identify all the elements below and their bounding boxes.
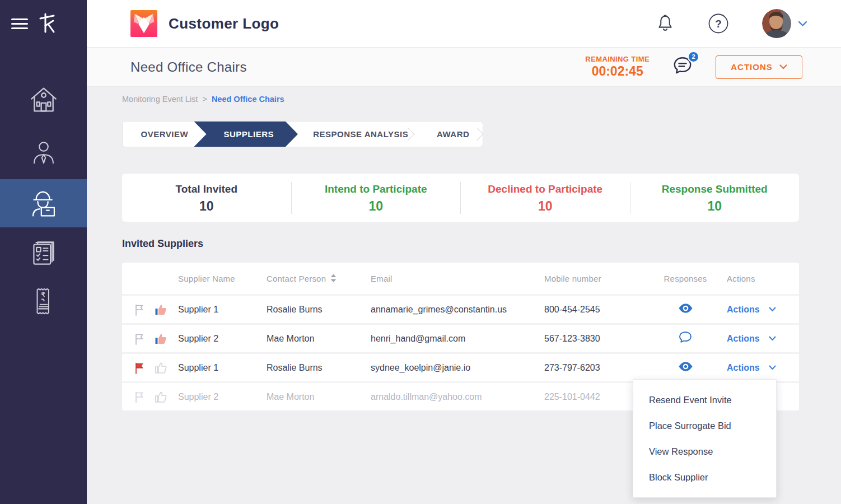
col-mobile-number: Mobile number [544, 274, 644, 283]
breadcrumb-parent-link[interactable]: Monitoring Event List [122, 95, 198, 104]
contact-person-cell: Mae Morton [267, 334, 371, 344]
event-step-tabs: OVERVIEW SUPPLIERS RESPONSE ANALYSIS AWA… [122, 121, 483, 147]
breadcrumb-current-link[interactable]: Need Office Chairs [212, 95, 284, 104]
sidebar-item-home[interactable] [0, 73, 87, 126]
row-actions-button[interactable]: Actions [727, 334, 760, 344]
remaining-time: REMAINING TIME 00:02:45 [585, 55, 650, 79]
chat-badge: 2 [688, 51, 699, 63]
rupee-glyph: ₹ [41, 291, 45, 298]
sidebar-item-events[interactable] [0, 227, 87, 277]
customer-logo-text: Customer Logo [169, 15, 279, 32]
menu-item-resend-event-invite[interactable]: Resend Event Invite [633, 387, 776, 413]
thumbs-up-icon[interactable] [155, 304, 168, 316]
col-responses: Responses [644, 274, 727, 283]
sort-icon[interactable] [330, 274, 337, 283]
chevron-down-icon[interactable] [769, 365, 776, 370]
email-cell: arnaldo.tillman@yahoo.com [371, 392, 544, 402]
help-icon[interactable]: ? [707, 12, 730, 35]
col-contact-person[interactable]: Contact Person [267, 274, 371, 283]
col-supplier-name: Supplier Name [178, 274, 267, 283]
contact-person-cell: Rosalie Burns [267, 363, 371, 373]
menu-item-block-supplier[interactable]: Block Supplier [633, 464, 776, 490]
mobile-number-cell: 567-123-3830 [544, 334, 644, 344]
mobile-number-cell: 225-101-0442 [544, 392, 644, 402]
table-header-row: Supplier Name Contact Person Email Mobil… [122, 263, 799, 294]
sidebar: ₹ [0, 0, 87, 504]
row-actions-button[interactable]: Actions [727, 305, 760, 315]
app-logo-icon[interactable] [38, 11, 57, 38]
menu-item-view-response[interactable]: View Response [633, 438, 776, 464]
thumbs-up-icon[interactable] [155, 333, 168, 345]
stat-total-invited: Total Invited10 [122, 182, 291, 214]
supplier-worker-icon [28, 188, 59, 219]
avatar[interactable] [762, 9, 791, 38]
svg-text:?: ? [715, 18, 722, 30]
thumbs-up-icon[interactable] [155, 362, 168, 374]
contact-person-cell: Mae Morton [267, 392, 371, 402]
stat-response-submitted: Response Submitted10 [630, 182, 800, 214]
chevron-down-icon[interactable] [798, 21, 807, 27]
supplier-name-cell: Supplier 1 [178, 363, 267, 373]
messages-button[interactable]: 2 [671, 55, 694, 80]
col-email: Email [371, 274, 544, 283]
col-actions: Actions [727, 274, 799, 283]
flag-icon[interactable] [134, 362, 144, 374]
eye-icon[interactable] [678, 361, 693, 374]
row-actions-button[interactable]: Actions [727, 363, 760, 373]
stat-declined-to-participate: Declined to Participate10 [460, 182, 630, 214]
sidebar-item-billing[interactable]: ₹ [0, 277, 87, 326]
stat-intend-to-participate: Intend to Participate10 [291, 182, 461, 214]
sidebar-item-buyers[interactable] [0, 126, 87, 179]
top-header: Customer Logo ? [87, 0, 841, 48]
row-actions-dropdown: Resend Event Invite Place Surrogate Bid … [633, 379, 777, 498]
notifications-bell-icon[interactable] [656, 13, 675, 34]
tab-suppliers[interactable]: SUPPLIERS [194, 122, 298, 147]
supplier-name-cell: Supplier 2 [178, 334, 267, 344]
sidebar-item-suppliers[interactable] [0, 179, 87, 227]
supplier-name-cell: Supplier 2 [178, 392, 267, 402]
remaining-time-label: REMAINING TIME [585, 55, 650, 63]
flag-icon[interactable] [134, 304, 144, 316]
email-cell: sydnee_koelpin@janie.io [371, 363, 544, 373]
mobile-number-cell: 273-797-6203 [544, 363, 644, 373]
table-row: Supplier 1Rosalie Burnsannamarie_grimes@… [122, 294, 799, 323]
business-person-icon [29, 138, 58, 167]
documents-icon [29, 237, 59, 267]
breadcrumb-separator: > [202, 95, 207, 104]
remaining-time-value: 00:02:45 [585, 64, 650, 79]
customer-logo-image [130, 10, 157, 37]
table-row: Supplier 1Rosalie Burnssydnee_koelpin@ja… [122, 352, 799, 381]
supplier-name-cell: Supplier 1 [178, 305, 267, 315]
home-icon [27, 83, 60, 116]
supplier-stats-bar: Total Invited10 Intend to Participate10 … [122, 174, 799, 222]
menu-item-place-surrogate-bid[interactable]: Place Surrogate Bid [633, 413, 776, 438]
user-menu[interactable] [762, 9, 807, 38]
chat-response-icon[interactable] [678, 331, 693, 346]
invited-suppliers-title: Invited Suppliers [122, 238, 203, 250]
event-header: Need Office Chairs REMAINING TIME 00:02:… [87, 48, 841, 87]
table-row: Supplier 2Mae Mortonhenri_hand@gmail.com… [122, 323, 799, 352]
thumbs-up-icon[interactable] [155, 391, 168, 403]
chevron-down-icon [779, 64, 787, 69]
email-cell: annamarie_grimes@constantin.us [371, 305, 544, 315]
tab-overview[interactable]: OVERVIEW [123, 122, 207, 147]
flag-icon[interactable] [134, 391, 144, 403]
billing-receipt-icon: ₹ [29, 286, 58, 317]
page-title: Need Office Chairs [130, 59, 247, 75]
flag-icon[interactable] [134, 333, 144, 345]
contact-person-cell: Rosalie Burns [267, 305, 371, 315]
chevron-down-icon[interactable] [769, 336, 776, 341]
mobile-number-cell: 800-454-2545 [544, 305, 644, 315]
email-cell: henri_hand@gmail.com [371, 334, 544, 344]
breadcrumb: Monitoring Event List > Need Office Chai… [122, 95, 284, 104]
event-actions-button[interactable]: ACTIONS [716, 55, 802, 79]
hamburger-menu-icon[interactable] [11, 18, 28, 29]
chevron-down-icon[interactable] [769, 307, 776, 312]
eye-icon[interactable] [678, 303, 693, 316]
